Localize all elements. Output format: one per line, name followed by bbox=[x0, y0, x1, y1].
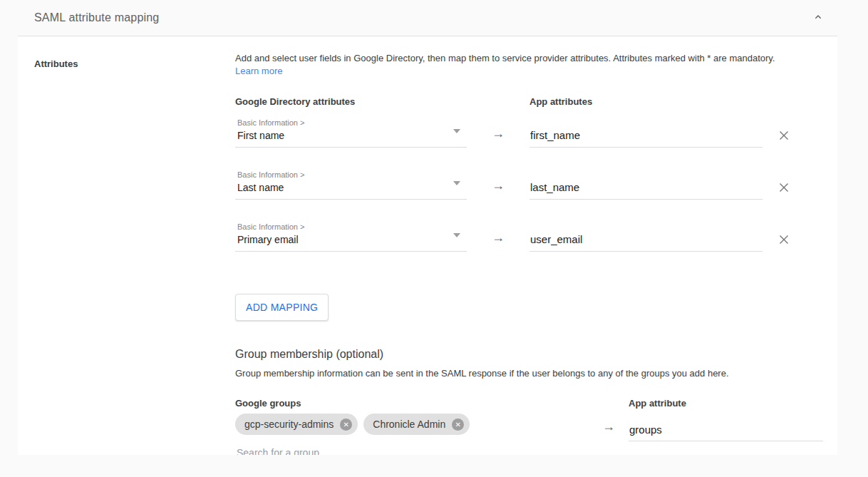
group-arrow-cell: → bbox=[586, 398, 629, 455]
chip-remove-icon[interactable]: ✕ bbox=[340, 419, 352, 431]
add-mapping-button[interactable]: ADD MAPPING bbox=[235, 294, 329, 321]
mapping-row: Basic Information > First name → bbox=[235, 118, 837, 148]
collapse-section-button[interactable] bbox=[810, 9, 827, 26]
app-attribute-input[interactable] bbox=[529, 181, 763, 200]
mapping-row: Basic Information > Primary email → bbox=[235, 222, 837, 252]
select-value: Primary email bbox=[237, 233, 467, 246]
dropdown-arrow-icon bbox=[453, 129, 460, 133]
google-groups-column: Google groups gcp-security-admins ✕ Chro… bbox=[235, 398, 586, 455]
group-chip: gcp-security-admins ✕ bbox=[235, 414, 358, 435]
app-attribute-input[interactable] bbox=[529, 233, 763, 252]
arrow-cell: → bbox=[467, 179, 529, 200]
group-search-input[interactable] bbox=[235, 447, 585, 455]
group-chip: Chronicle Admin ✕ bbox=[363, 414, 470, 435]
directory-attribute-select[interactable]: Basic Information > Last name bbox=[235, 170, 467, 200]
group-membership-area: Google groups gcp-security-admins ✕ Chro… bbox=[235, 398, 837, 455]
mapping-row: Basic Information > Last name → bbox=[235, 170, 837, 200]
select-category-label: Basic Information > bbox=[237, 118, 467, 128]
group-chip-label: Chronicle Admin bbox=[373, 419, 445, 430]
google-directory-attributes-header: Google Directory attributes bbox=[235, 96, 529, 107]
chevron-up-icon bbox=[812, 11, 824, 25]
saml-attribute-mapping-panel: Attributes Add and select user fields in… bbox=[18, 36, 837, 455]
arrow-right-icon: → bbox=[492, 126, 505, 140]
group-chip-label: gcp-security-admins bbox=[244, 419, 334, 430]
app-attribute-input[interactable] bbox=[529, 129, 763, 148]
group-chips-row: gcp-security-admins ✕ Chronicle Admin ✕ bbox=[235, 414, 586, 435]
remove-mapping-button[interactable] bbox=[778, 234, 790, 252]
page-title: SAML attribute mapping bbox=[34, 11, 159, 24]
group-membership-title: Group membership (optional) bbox=[235, 348, 837, 361]
group-membership-description: Group membership information can be sent… bbox=[235, 368, 837, 379]
close-icon bbox=[778, 185, 790, 195]
directory-attribute-select[interactable]: Basic Information > First name bbox=[235, 118, 467, 148]
remove-mapping-button[interactable] bbox=[778, 130, 790, 148]
attributes-description: Add and select user fields in Google Dir… bbox=[235, 52, 837, 64]
arrow-cell: → bbox=[467, 127, 529, 148]
select-category-label: Basic Information > bbox=[237, 222, 467, 232]
app-attribute-column: App attribute bbox=[629, 398, 823, 455]
learn-more-link[interactable]: Learn more bbox=[235, 65, 282, 77]
chip-remove-icon[interactable]: ✕ bbox=[452, 419, 464, 431]
arrow-right-icon: → bbox=[492, 178, 505, 193]
select-value: First name bbox=[237, 129, 467, 142]
arrow-cell: → bbox=[467, 231, 529, 252]
section-header: SAML attribute mapping bbox=[18, 0, 837, 36]
groups-attribute-input[interactable] bbox=[629, 424, 823, 441]
close-icon bbox=[778, 133, 790, 143]
google-groups-label: Google groups bbox=[235, 398, 586, 409]
arrow-right-icon: → bbox=[602, 419, 615, 434]
select-category-label: Basic Information > bbox=[237, 170, 467, 180]
close-icon bbox=[778, 237, 790, 247]
directory-attribute-select[interactable]: Basic Information > Primary email bbox=[235, 222, 467, 252]
arrow-right-icon: → bbox=[492, 230, 505, 245]
app-attributes-header: App attributes bbox=[529, 96, 592, 107]
attributes-label: Attributes bbox=[34, 58, 235, 69]
dropdown-arrow-icon bbox=[453, 233, 460, 237]
mapping-column-headers: Google Directory attributes App attribut… bbox=[235, 96, 837, 107]
dropdown-arrow-icon bbox=[453, 181, 460, 185]
attributes-label-column: Attributes bbox=[34, 36, 235, 455]
app-attribute-label: App attribute bbox=[629, 398, 823, 409]
main-column: Add and select user fields in Google Dir… bbox=[235, 36, 837, 455]
remove-mapping-button[interactable] bbox=[778, 182, 790, 200]
select-value: Last name bbox=[237, 181, 467, 194]
